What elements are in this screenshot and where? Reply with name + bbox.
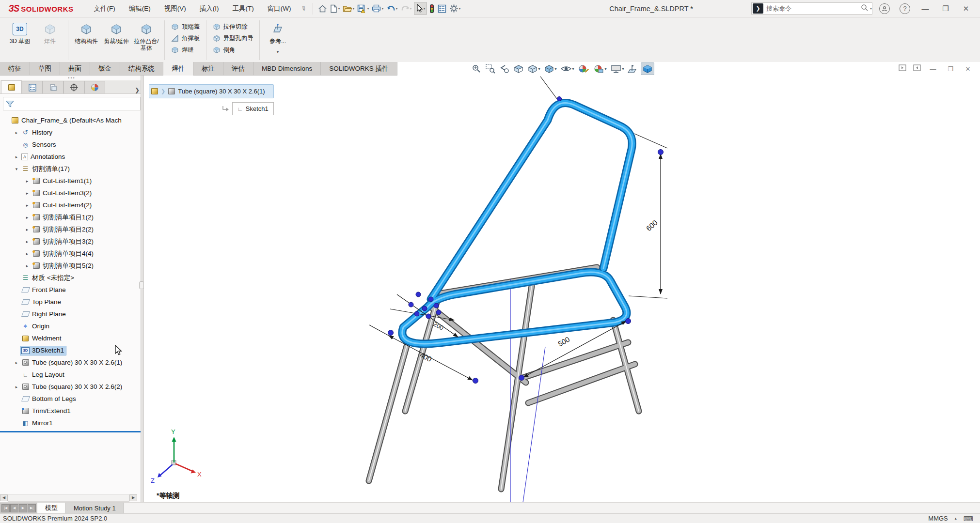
breadcrumb-sketch[interactable]: ∟ Sketch1	[232, 102, 274, 115]
rollback-bar[interactable]	[0, 431, 143, 432]
tree-horizontal-scrollbar[interactable]: ◀ ▶	[0, 494, 137, 501]
command-tab[interactable]: 草图	[30, 62, 60, 76]
tree-item[interactable]: 3D3DSketch1	[0, 344, 143, 356]
pin-icon[interactable]: ✎	[299, 4, 308, 13]
reference-geometry-button[interactable]: 参考... ▾	[263, 19, 293, 54]
restore-button[interactable]: ❐	[940, 4, 951, 13]
zoom-to-fit-button[interactable]	[470, 63, 483, 75]
sketch3d-button[interactable]: 3D 3D 草图	[5, 19, 35, 45]
tree-item[interactable]: ▸↺History	[0, 126, 143, 138]
tree-item[interactable]: ▸切割清单项目3(2)	[0, 235, 143, 247]
first-tab-button[interactable]: |◀	[1, 504, 10, 512]
tree-item[interactable]: ◎Sensors	[0, 138, 143, 151]
study-tab[interactable]: Motion Study 1	[66, 503, 124, 513]
expand-left-pane-button[interactable]	[899, 64, 906, 73]
tree-item[interactable]: ▸Cut-List-Item4(2)	[0, 199, 143, 211]
isometric-view-button[interactable]	[641, 62, 654, 75]
previous-view-button[interactable]	[498, 63, 511, 75]
tree-item[interactable]: ▸Tube (square) 30 X 30 X 2.6(2)	[0, 381, 143, 393]
command-tab[interactable]: 钣金	[90, 62, 120, 76]
command-tab[interactable]: MBD Dimensions	[253, 62, 321, 76]
properties-button[interactable]	[437, 3, 447, 15]
menu-item[interactable]: 视图(V)	[158, 2, 193, 15]
expand-arrow[interactable]: ▸	[23, 251, 31, 256]
command-tab[interactable]: 评估	[223, 62, 253, 76]
feature-tree-tab[interactable]	[1, 80, 22, 93]
search-input[interactable]	[765, 4, 860, 13]
select-tool-button[interactable]: ▾	[414, 2, 427, 15]
end-cap-button[interactable]: 顶端盖	[168, 21, 203, 32]
view-orientation-button[interactable]: ▾	[526, 63, 541, 75]
tree-item[interactable]: Weldment	[0, 332, 143, 344]
menu-item[interactable]: 窗口(W)	[261, 2, 298, 15]
breadcrumb-part[interactable]: ❯ Tube (square) 30 X 30 X 2.6(1)	[149, 84, 274, 98]
expand-arrow[interactable]: ▸	[13, 385, 20, 389]
rebuild-button[interactable]	[428, 2, 436, 15]
menu-item[interactable]: 文件(F)	[87, 2, 122, 15]
weld-bead-button[interactable]: 焊缝	[168, 45, 197, 55]
doc-minimize-button[interactable]: —	[928, 65, 938, 73]
expand-arrow[interactable]: ▸	[13, 130, 20, 135]
prev-tab-button[interactable]: ◀	[10, 504, 18, 512]
expand-arrow[interactable]: ▾	[13, 167, 20, 171]
expand-arrow[interactable]: ▸	[23, 227, 31, 232]
3d-drawing-view-button[interactable]	[627, 63, 639, 75]
panel-grip[interactable]: •••	[0, 76, 143, 80]
options-button[interactable]: ▾	[448, 2, 462, 15]
study-tab[interactable]: 模型	[37, 503, 66, 513]
tree-item[interactable]: Top Plane	[0, 296, 143, 308]
close-button[interactable]: ✕	[961, 4, 971, 13]
view-settings-button[interactable]: ▾	[609, 63, 625, 75]
units-caret[interactable]: ▴	[955, 516, 957, 521]
apply-scene-button[interactable]: ▾	[592, 63, 608, 75]
property-manager-tab[interactable]	[22, 81, 43, 93]
command-tab[interactable]: 标注	[193, 62, 223, 76]
display-manager-tab[interactable]	[84, 81, 105, 93]
redo-button[interactable]: ▾	[400, 3, 413, 14]
tree-item[interactable]: ☰材质 <未指定>	[0, 272, 143, 284]
menu-item[interactable]: 工具(T)	[226, 2, 261, 15]
command-tab[interactable]: 焊件	[163, 62, 193, 76]
graphics-viewport[interactable]: 600 400 500 200	[144, 76, 980, 502]
section-view-button[interactable]	[512, 63, 525, 75]
splitter-knob[interactable]	[139, 281, 144, 289]
expand-arrow[interactable]: ▸	[13, 360, 20, 365]
home-button[interactable]	[317, 3, 328, 15]
gusset-button[interactable]: 角撑板	[168, 33, 203, 44]
panel-splitter[interactable]	[141, 76, 143, 502]
structural-member-button[interactable]: 结构构件	[71, 19, 101, 45]
dimxpert-manager-tab[interactable]	[63, 81, 84, 93]
doc-restore-button[interactable]: ❐	[945, 65, 956, 73]
scroll-right-button[interactable]: ▶	[129, 494, 137, 501]
search-icon[interactable]	[861, 4, 869, 14]
tree-item[interactable]: ∟Leg Layout	[0, 369, 143, 381]
scroll-track[interactable]	[8, 494, 129, 502]
expand-right-pane-button[interactable]	[913, 64, 921, 73]
command-search[interactable]: ❯ ▾	[751, 2, 872, 15]
display-style-button[interactable]: ▾	[543, 63, 558, 75]
expand-arrow[interactable]: ▸	[23, 215, 31, 220]
hide-show-items-button[interactable]: ▾	[559, 63, 575, 75]
print-button[interactable]: ▾	[371, 3, 384, 14]
tree-item[interactable]: ◧Mirror1	[0, 417, 143, 429]
menu-item[interactable]: 编辑(E)	[122, 2, 158, 15]
expand-arrow[interactable]: ▸	[13, 154, 20, 159]
extruded-cut-button[interactable]: 拉伸切除	[209, 21, 251, 32]
tree-item[interactable]: Right Plane	[0, 308, 143, 320]
reference-dropdown-caret[interactable]: ▾	[277, 49, 279, 54]
expand-arrow[interactable]: ▸	[23, 239, 31, 244]
doc-close-button[interactable]: ✕	[963, 65, 973, 73]
tree-filter-input[interactable]	[16, 100, 138, 108]
search-dropdown-caret[interactable]: ▾	[870, 6, 872, 11]
tree-item[interactable]: ▾☰切割清单(17)	[0, 163, 143, 175]
command-tab[interactable]: 特征	[0, 62, 30, 76]
undo-button[interactable]: ▾	[386, 3, 399, 14]
tree-item[interactable]: ▸切割清单项目5(2)	[0, 260, 143, 272]
tree-item[interactable]: ▸Cut-List-Item1(1)	[0, 175, 143, 187]
command-tab[interactable]: SOLIDWORKS 插件	[321, 62, 397, 76]
weldment-button[interactable]: 焊件	[35, 19, 65, 45]
chamfer-button[interactable]: 倒角	[209, 45, 238, 55]
ime-keyboard-icon[interactable]: ⌨	[964, 515, 973, 523]
tree-item[interactable]: Trim/Extend1	[0, 405, 143, 417]
command-tab[interactable]: 曲面	[60, 62, 90, 76]
